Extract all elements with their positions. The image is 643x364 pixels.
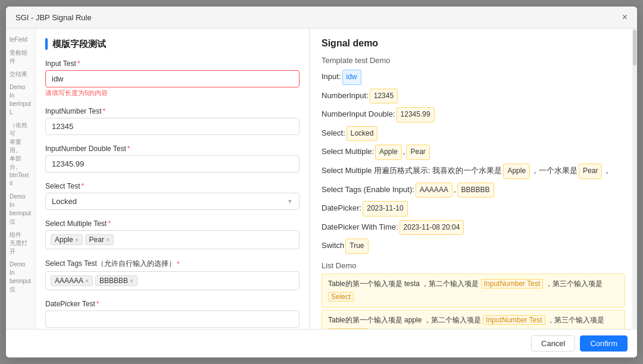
left-form-panel: 模版字段测试 Input Test * 请填写长度为5的内容 InputNumb… bbox=[36, 29, 310, 329]
list-row-2: Table的第一个输入项是 apple ，第二个输入项是 InputNumber… bbox=[322, 310, 625, 329]
inputnumber-double-field: InputNumber Double Test * bbox=[45, 145, 299, 172]
close-button[interactable]: × bbox=[622, 12, 628, 22]
sidebar-item-3: 交结果 bbox=[8, 68, 33, 81]
select-multiple-label: Select Multiple Test * bbox=[45, 219, 299, 228]
datepicker-label: DatePicker Test * bbox=[45, 300, 299, 308]
datepicker-input[interactable] bbox=[45, 310, 299, 328]
panel-header-bar bbox=[45, 38, 48, 50]
demo-datepicker-time-value: 2023-11-08 20:04 bbox=[399, 220, 464, 236]
demo-row-numberinput: NumberInput: 12345 bbox=[322, 89, 625, 104]
demo-numberinput-double-value: 12345.99 bbox=[397, 107, 435, 123]
demo-row-datepicker-time: DatePicker With Time: 2023-11-08 20:04 bbox=[322, 220, 625, 236]
demo-switch-value: True bbox=[345, 239, 368, 254]
tag-pear-close[interactable]: × bbox=[106, 237, 110, 243]
panel-section-title: 模版字段测试 bbox=[52, 39, 106, 50]
select-multiple-tags[interactable]: Apple × Pear × bbox=[45, 230, 299, 249]
tag-bbbbbb: BBBBBB × bbox=[95, 275, 138, 286]
list-row-2-highlight1: InputNumber Test bbox=[483, 315, 545, 325]
tag-apple: Apple × bbox=[51, 234, 83, 245]
modal-footer: Cancel Confirm bbox=[6, 329, 637, 357]
left-sidebar: teField 受检组件 交结果 Demo Inberinput L （依然可举… bbox=[6, 29, 36, 329]
input-test-error: 请填写长度为5的内容 bbox=[45, 89, 299, 98]
demo-input-value: idw bbox=[342, 70, 361, 85]
demo-row-select-tags: Select Tags (Enable Input): AAAAAA , BBB… bbox=[322, 183, 625, 198]
demo-multiple-pear: Pear bbox=[579, 164, 602, 179]
signal-demo-title: Signal demo bbox=[322, 38, 625, 49]
select-tags-label: Select Tags Test（允许自行输入的选择） * bbox=[45, 259, 299, 269]
datepicker-field: DatePicker Test * bbox=[45, 300, 299, 328]
list-row-1: Table的第一个输入项是 testa ，第二个输入项是 InputNumber… bbox=[322, 274, 625, 307]
inputnumber-test-label: InputNumber Test * bbox=[45, 107, 299, 115]
chevron-down-icon: ▼ bbox=[287, 198, 293, 205]
panel-header: 模版字段测试 bbox=[45, 38, 299, 50]
demo-datepicker-value: 2023-11-10 bbox=[363, 201, 407, 216]
sidebar-item-6: Demo Inberinput 仅 bbox=[8, 190, 33, 228]
demo-numberinput-value: 12345 bbox=[370, 89, 398, 104]
input-test-label: Input Test * bbox=[45, 59, 299, 68]
right-panel: Signal demo Template test Demo Input: id… bbox=[310, 29, 637, 329]
inputnumber-test-field: InputNumber Test * bbox=[45, 107, 299, 135]
select-test-field: Select Test * Locked ▼ bbox=[45, 182, 299, 210]
demo-row-select-multiple: Select Multiple: Apple , Pear bbox=[322, 145, 625, 160]
select-multiple-field: Select Multiple Test * Apple × Pear × bbox=[45, 219, 299, 249]
tag-pear: Pear × bbox=[85, 234, 114, 245]
demo-select-multiple-pear: Pear bbox=[406, 145, 429, 160]
modal-header: SGI - JBP Signal Rule × bbox=[6, 7, 637, 29]
demo-tag-bbbbbb: BBBBBB bbox=[457, 183, 494, 198]
template-demo-title: Template test Demo bbox=[322, 56, 625, 65]
scrollbar-thumb[interactable] bbox=[633, 30, 636, 65]
demo-multiple-apple: Apple bbox=[503, 164, 530, 179]
sidebar-item-5: （依然可举栗用。单部分。btnText # bbox=[8, 119, 33, 190]
cancel-button[interactable]: Cancel bbox=[531, 335, 575, 352]
list-row-1-highlight1: InputNumber Test bbox=[481, 279, 544, 288]
demo-row-select: Select: Locked bbox=[322, 126, 625, 142]
list-demo-title: List Demo bbox=[322, 261, 625, 270]
demo-row-input: Input: idw bbox=[322, 70, 625, 85]
demo-row-switch: Switch True bbox=[322, 239, 625, 254]
sidebar-item-2: 受检组件 bbox=[8, 46, 33, 68]
inputnumber-double-label: InputNumber Double Test * bbox=[45, 145, 299, 153]
input-test-field: Input Test * 请填写长度为5的内容 bbox=[45, 59, 299, 98]
select-tags-container[interactable]: AAAAAA × BBBBBB × bbox=[45, 271, 299, 290]
scrollbar-track[interactable] bbox=[632, 29, 637, 329]
sidebar-item-8: Demo Inberinput 仅 bbox=[8, 258, 33, 296]
select-test-dropdown[interactable]: Locked ▼ bbox=[45, 193, 299, 210]
demo-row-numberinput-double: NumberInput Double: 12345.99 bbox=[322, 107, 625, 123]
sidebar-item-7: 组件无需打开 bbox=[8, 228, 33, 258]
right-panel-wrap: Signal demo Template test Demo Input: id… bbox=[310, 29, 637, 329]
confirm-button[interactable]: Confirm bbox=[580, 335, 628, 352]
select-test-label: Select Test * bbox=[45, 182, 299, 190]
select-test-value: Locked bbox=[52, 197, 77, 206]
list-row-2-highlight2: Select Test bbox=[328, 328, 369, 329]
demo-select-multiple-apple: Apple bbox=[375, 145, 402, 160]
tag-aaaaaa: AAAAAA × bbox=[51, 275, 93, 286]
list-row-1-highlight2: Select bbox=[328, 292, 354, 302]
input-test-input[interactable] bbox=[45, 70, 299, 87]
sidebar-item-1: teField bbox=[8, 33, 33, 46]
select-tags-field: Select Tags Test（允许自行输入的选择） * AAAAAA × B… bbox=[45, 259, 299, 290]
modal-body: teField 受检组件 交结果 Demo Inberinput L （依然可举… bbox=[6, 29, 637, 329]
demo-select-value: Locked bbox=[347, 126, 378, 142]
modal-title: SGI - JBP Signal Rule bbox=[15, 13, 92, 22]
tag-apple-close[interactable]: × bbox=[75, 237, 79, 243]
demo-row-select-multiple-format: Select Multiple 用遍历格式展示: 我喜欢的一个水果是 Apple… bbox=[322, 164, 625, 179]
inputnumber-double-input[interactable] bbox=[45, 155, 299, 172]
demo-row-datepicker: DatePicker: 2023-11-10 bbox=[322, 201, 625, 216]
tag-aaaaaa-close[interactable]: × bbox=[85, 278, 89, 284]
sidebar-item-4: Demo Inberinput L bbox=[8, 81, 33, 119]
inputnumber-test-input[interactable] bbox=[45, 118, 299, 135]
tag-bbbbbb-close[interactable]: × bbox=[130, 278, 133, 284]
demo-tag-aaaaaa: AAAAAA bbox=[416, 183, 452, 198]
